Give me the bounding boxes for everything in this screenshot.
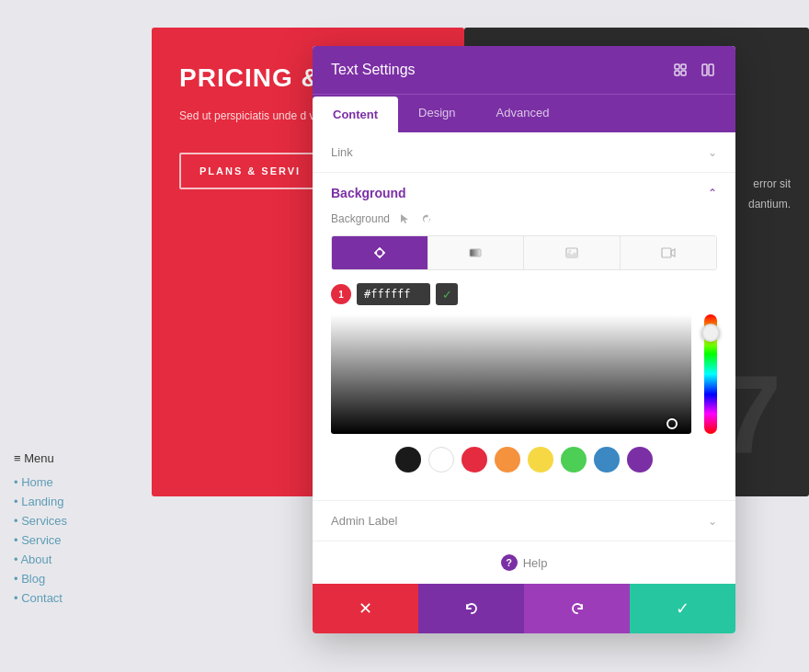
gradient-fill-tab[interactable] [428, 236, 525, 269]
color-hex-input[interactable]: #ffffff [357, 283, 430, 305]
link-collapse-arrow: ⌄ [708, 146, 717, 159]
redo-button[interactable] [524, 584, 630, 633]
admin-label-arrow: ⌄ [708, 515, 717, 528]
tab-content[interactable]: Content [313, 97, 398, 132]
resize-icon[interactable] [671, 61, 689, 79]
color-gradient-area[interactable] [331, 314, 691, 434]
text-settings-modal: Text Settings Content D [313, 46, 735, 633]
svg-rect-5 [709, 64, 713, 75]
color-index-badge: 1 [331, 284, 351, 304]
nav-link-service[interactable]: Service [21, 533, 61, 547]
swatch-white[interactable] [428, 447, 454, 473]
swatch-yellow[interactable] [528, 447, 553, 473]
sidebar-navigation: ≡ Menu Home Landing Services Service Abo… [0, 442, 120, 617]
svg-rect-7 [470, 249, 481, 256]
background-section-title: Background [331, 186, 406, 200]
svg-rect-2 [675, 71, 679, 75]
svg-point-6 [377, 250, 382, 256]
swatch-red[interactable] [461, 447, 487, 473]
color-input-row: 1 #ffffff ✓ [331, 283, 717, 305]
background-section: Background ⌃ Background [313, 173, 735, 500]
reset-icon[interactable] [419, 211, 434, 226]
hero-button[interactable]: PLANS & SERVI [179, 153, 321, 189]
swatch-black[interactable] [395, 447, 421, 473]
nav-link-services[interactable]: Services [21, 514, 67, 528]
swatch-purple[interactable] [627, 447, 653, 473]
tab-advanced[interactable]: Advanced [476, 95, 570, 132]
help-text: Help [523, 556, 548, 570]
nav-link-about[interactable]: About [20, 552, 51, 566]
menu-label: ≡ Menu [14, 451, 106, 465]
modal-title: Text Settings [331, 62, 416, 78]
svg-rect-4 [702, 64, 707, 75]
modal-body: Link ⌄ Background ⌃ Background [313, 132, 735, 584]
background-label-text: Background [331, 212, 390, 225]
color-confirm-button[interactable]: ✓ [436, 283, 458, 305]
link-label: Link [331, 145, 353, 159]
background-collapse-arrow: ⌃ [708, 187, 717, 199]
video-fill-tab[interactable] [621, 236, 717, 269]
nav-list: Home Landing Services Service About Blog… [14, 473, 106, 608]
nav-item-about[interactable]: About [14, 550, 106, 569]
dark-section-text: error sit dantium. [748, 175, 791, 214]
nav-link-contact[interactable]: Contact [21, 591, 63, 605]
background-section-header[interactable]: Background ⌃ [331, 173, 717, 211]
svg-rect-10 [662, 248, 671, 257]
tab-design[interactable]: Design [398, 95, 475, 132]
nav-item-service[interactable]: Service [14, 530, 106, 550]
undo-button[interactable] [418, 584, 524, 633]
image-fill-tab[interactable] [524, 236, 621, 269]
save-button[interactable]: ✓ [630, 584, 735, 633]
link-section-row[interactable]: Link ⌄ [313, 132, 735, 173]
nav-item-blog[interactable]: Blog [14, 569, 106, 588]
help-row[interactable]: ? Help [313, 541, 735, 584]
picker-cursor[interactable] [667, 418, 678, 429]
modal-header-icons [671, 61, 717, 79]
background-type-tabs [331, 235, 717, 270]
svg-rect-1 [681, 64, 686, 69]
color-swatches-row [331, 447, 717, 473]
modal-tabs: Content Design Advanced [313, 94, 735, 132]
svg-rect-0 [675, 64, 679, 69]
background-label-row: Background [331, 211, 717, 226]
swatch-green[interactable] [561, 447, 587, 473]
hue-slider-thumb[interactable] [701, 324, 720, 342]
nav-item-contact[interactable]: Contact [14, 588, 106, 608]
nav-item-home[interactable]: Home [14, 473, 106, 492]
color-fill-tab[interactable] [332, 236, 428, 269]
swatch-blue[interactable] [594, 447, 620, 473]
modal-header: Text Settings [313, 46, 735, 94]
cursor-icon[interactable] [397, 211, 412, 226]
svg-rect-3 [681, 71, 686, 75]
svg-point-9 [568, 250, 571, 253]
modal-footer: ✕ ✓ [313, 584, 735, 633]
nav-link-blog[interactable]: Blog [21, 572, 45, 586]
nav-item-landing[interactable]: Landing [14, 492, 106, 511]
nav-link-home[interactable]: Home [21, 475, 53, 489]
cancel-button[interactable]: ✕ [313, 584, 418, 633]
help-icon: ? [501, 554, 518, 571]
nav-link-landing[interactable]: Landing [21, 495, 63, 508]
gradient-black-overlay [331, 314, 691, 434]
admin-label-row[interactable]: Admin Label ⌄ [313, 500, 735, 541]
checkmark-icon: ✓ [442, 288, 452, 302]
color-picker[interactable] [331, 314, 717, 434]
swatch-orange[interactable] [495, 447, 520, 473]
nav-item-services[interactable]: Services [14, 511, 106, 530]
split-view-icon[interactable] [699, 61, 717, 79]
admin-label-text: Admin Label [331, 514, 397, 528]
